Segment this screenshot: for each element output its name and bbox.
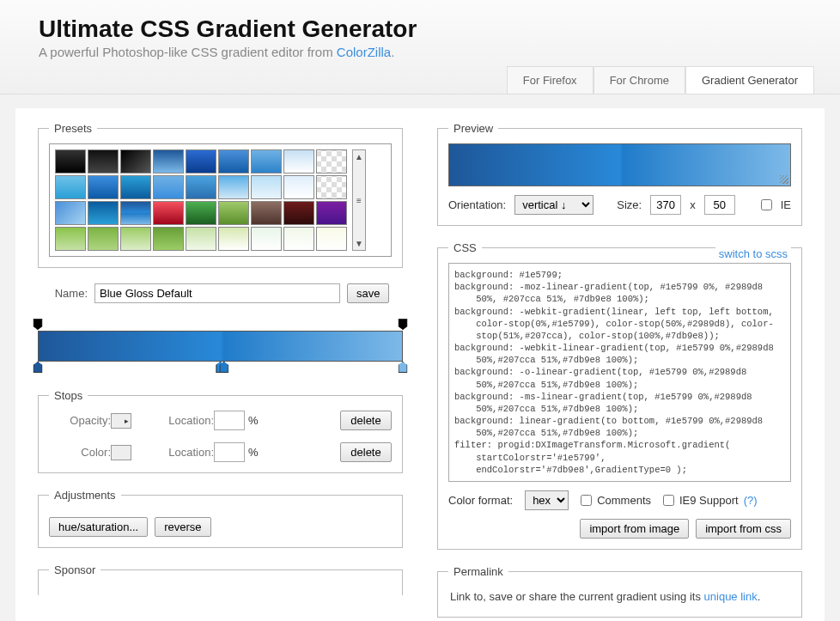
tab-firefox[interactable]: For Firefox bbox=[507, 66, 593, 94]
stops-panel: Stops Opacity: ▸ Location: % delete Colo… bbox=[38, 389, 403, 473]
size-x: x bbox=[690, 198, 696, 211]
css-panel: CSS switch to scss background: #1e5799; … bbox=[437, 241, 802, 550]
preset-swatch[interactable] bbox=[316, 227, 347, 251]
sponsor-panel: Sponsor bbox=[38, 563, 403, 595]
resize-grip-icon[interactable] bbox=[780, 175, 788, 184]
preset-swatch[interactable] bbox=[186, 149, 216, 174]
preset-swatch[interactable] bbox=[218, 201, 249, 225]
scroll-up-icon[interactable]: ▲ bbox=[355, 150, 363, 163]
name-input[interactable] bbox=[94, 283, 340, 303]
ie9-help-link[interactable]: (?) bbox=[744, 494, 758, 507]
color-value-chip[interactable] bbox=[111, 445, 131, 460]
right-column: Preview Orientation: vertical ↓ Size: x … bbox=[437, 122, 802, 621]
preset-swatch[interactable] bbox=[55, 201, 86, 225]
preset-swatch[interactable] bbox=[251, 149, 282, 174]
color-location-input[interactable] bbox=[214, 442, 245, 462]
opacity-location-label: Location: bbox=[157, 414, 214, 427]
ie-label: IE bbox=[781, 198, 791, 211]
preset-swatch[interactable] bbox=[316, 175, 347, 199]
preset-swatch[interactable] bbox=[283, 175, 314, 199]
orientation-select[interactable]: vertical ↓ bbox=[514, 195, 593, 215]
name-row: Name: save bbox=[38, 283, 403, 303]
import-css-button[interactable]: import from css bbox=[696, 519, 791, 539]
color-stop-marker[interactable] bbox=[399, 362, 408, 373]
scroll-thumb[interactable]: ≡ bbox=[356, 194, 362, 207]
opacity-stops-track[interactable] bbox=[38, 319, 403, 331]
switch-scss-link[interactable]: switch to scss bbox=[715, 247, 791, 260]
opacity-label: Opacity: bbox=[49, 414, 111, 427]
comments-label: Comments bbox=[597, 494, 651, 507]
color-delete-button[interactable]: delete bbox=[340, 442, 392, 462]
ie9-checkbox[interactable] bbox=[663, 495, 674, 506]
import-image-button[interactable]: import from image bbox=[580, 519, 689, 539]
preset-swatch[interactable] bbox=[120, 175, 151, 199]
preset-swatch[interactable] bbox=[55, 227, 86, 251]
color-pct: % bbox=[248, 446, 265, 459]
preset-swatch[interactable] bbox=[153, 201, 184, 225]
preset-swatch[interactable] bbox=[283, 149, 314, 174]
scroll-down-icon[interactable]: ▼ bbox=[355, 237, 363, 250]
presets-box: ▲ ≡ ▼ bbox=[49, 143, 392, 257]
preset-swatch[interactable] bbox=[120, 149, 151, 174]
color-stop-marker[interactable] bbox=[33, 362, 43, 373]
opacity-value-chip[interactable]: ▸ bbox=[111, 413, 131, 429]
preset-swatch[interactable] bbox=[120, 227, 151, 251]
preset-swatch[interactable] bbox=[316, 201, 347, 225]
opacity-stop-marker[interactable] bbox=[399, 319, 408, 330]
preview-legend: Preview bbox=[448, 122, 498, 135]
size-label: Size: bbox=[617, 198, 642, 211]
presets-scrollbar[interactable]: ▲ ≡ ▼ bbox=[352, 149, 366, 251]
preset-swatch[interactable] bbox=[251, 175, 282, 199]
colorzilla-link[interactable]: ColorZilla bbox=[337, 45, 391, 59]
preset-swatch[interactable] bbox=[88, 175, 119, 199]
preset-swatch[interactable] bbox=[55, 149, 86, 174]
preset-swatch[interactable] bbox=[283, 201, 314, 225]
permalink-text: Link to, save or share the current gradi… bbox=[448, 587, 791, 606]
permalink-legend: Permalink bbox=[448, 565, 508, 578]
hue-saturation-button[interactable]: hue/saturation... bbox=[49, 517, 148, 537]
color-location-label: Location: bbox=[157, 446, 214, 459]
color-stops-track[interactable] bbox=[38, 362, 403, 374]
preview-panel: Preview Orientation: vertical ↓ Size: x … bbox=[437, 122, 802, 226]
opacity-location-input[interactable] bbox=[214, 411, 245, 430]
nav-tabs: For Firefox For Chrome Gradient Generato… bbox=[39, 66, 814, 94]
preset-swatch[interactable] bbox=[153, 227, 184, 251]
tab-gradient-generator[interactable]: Gradient Generator bbox=[685, 66, 814, 94]
save-button[interactable]: save bbox=[347, 283, 389, 303]
ie9-label: IE9 Support bbox=[679, 494, 739, 507]
css-legend: CSS bbox=[448, 241, 482, 254]
permalink-panel: Permalink Link to, save or share the cur… bbox=[437, 565, 802, 618]
color-format-select[interactable]: hex bbox=[525, 490, 569, 510]
ie-checkbox[interactable] bbox=[761, 199, 772, 210]
preset-swatch[interactable] bbox=[120, 201, 151, 225]
preset-swatch[interactable] bbox=[88, 149, 119, 174]
css-output[interactable]: background: #1e5799; background: -moz-li… bbox=[448, 263, 791, 482]
preset-swatch[interactable] bbox=[186, 201, 216, 225]
gradient-bar[interactable] bbox=[38, 331, 403, 362]
preset-swatch[interactable] bbox=[186, 175, 216, 199]
preset-swatch[interactable] bbox=[153, 149, 184, 174]
width-input[interactable] bbox=[650, 195, 681, 215]
opacity-delete-button[interactable]: delete bbox=[340, 411, 392, 430]
page-header: Ultimate CSS Gradient Generator A powerf… bbox=[0, 0, 840, 94]
preset-swatch[interactable] bbox=[153, 175, 184, 199]
preset-swatch[interactable] bbox=[186, 227, 216, 251]
preset-swatch[interactable] bbox=[218, 175, 249, 199]
preset-swatch[interactable] bbox=[218, 227, 249, 251]
preset-swatch[interactable] bbox=[283, 227, 314, 251]
presets-panel: Presets ▲ ≡ ▼ bbox=[38, 122, 403, 268]
reverse-button[interactable]: reverse bbox=[155, 517, 210, 537]
preset-swatch[interactable] bbox=[218, 149, 249, 174]
preset-swatch[interactable] bbox=[251, 227, 282, 251]
height-input[interactable] bbox=[704, 195, 735, 215]
preset-swatch[interactable] bbox=[251, 201, 282, 225]
preset-swatch[interactable] bbox=[88, 227, 119, 251]
preset-swatch[interactable] bbox=[55, 175, 86, 199]
preset-swatch[interactable] bbox=[316, 149, 347, 174]
opacity-stop-marker[interactable] bbox=[33, 319, 43, 330]
preset-swatch[interactable] bbox=[88, 201, 119, 225]
permalink-link[interactable]: unique link bbox=[704, 590, 758, 603]
name-label: Name: bbox=[38, 287, 88, 300]
tab-chrome[interactable]: For Chrome bbox=[593, 66, 685, 94]
comments-checkbox[interactable] bbox=[581, 495, 592, 506]
